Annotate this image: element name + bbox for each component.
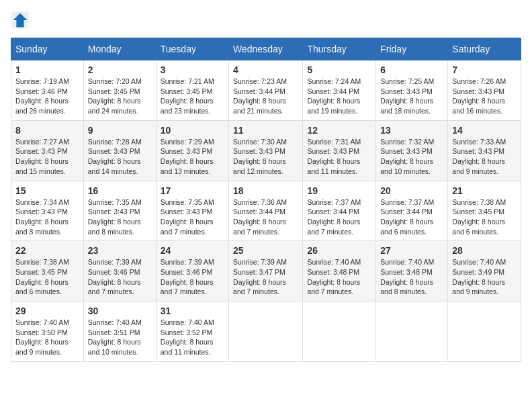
day-number: 24 xyxy=(161,245,224,256)
cell-content: Sunrise: 7:40 AMSunset: 3:48 PMDaylight:… xyxy=(307,257,371,297)
cell-content: Sunrise: 7:24 AMSunset: 3:44 PMDaylight:… xyxy=(307,77,371,116)
day-number: 5 xyxy=(307,64,371,75)
calendar-cell xyxy=(303,302,376,362)
page-header xyxy=(11,11,521,30)
calendar-cell: 14Sunrise: 7:33 AMSunset: 3:43 PMDayligh… xyxy=(448,120,521,181)
cell-content: Sunrise: 7:20 AMSunset: 3:45 PMDaylight:… xyxy=(88,77,152,116)
calendar-cell: 18Sunrise: 7:36 AMSunset: 3:44 PMDayligh… xyxy=(229,181,303,241)
day-number: 17 xyxy=(161,185,224,196)
cell-content: Sunrise: 7:27 AMSunset: 3:43 PMDaylight:… xyxy=(15,137,79,177)
calendar-cell: 2Sunrise: 7:20 AMSunset: 3:45 PMDaylight… xyxy=(83,60,156,121)
cell-content: Sunrise: 7:25 AMSunset: 3:43 PMDaylight:… xyxy=(380,77,443,116)
calendar-cell: 28Sunrise: 7:40 AMSunset: 3:49 PMDayligh… xyxy=(448,241,521,302)
day-number: 30 xyxy=(88,306,152,316)
day-number: 26 xyxy=(307,245,371,256)
calendar-cell: 3Sunrise: 7:21 AMSunset: 3:45 PMDaylight… xyxy=(156,60,228,121)
calendar-cell: 13Sunrise: 7:32 AMSunset: 3:43 PMDayligh… xyxy=(376,120,448,181)
cell-content: Sunrise: 7:39 AMSunset: 3:46 PMDaylight:… xyxy=(161,257,224,297)
logo-icon xyxy=(11,11,30,30)
day-number: 7 xyxy=(452,64,517,75)
calendar-cell: 22Sunrise: 7:38 AMSunset: 3:45 PMDayligh… xyxy=(11,241,84,302)
day-number: 16 xyxy=(88,185,152,196)
cell-content: Sunrise: 7:39 AMSunset: 3:47 PMDaylight:… xyxy=(233,257,298,297)
cell-content: Sunrise: 7:23 AMSunset: 3:44 PMDaylight:… xyxy=(233,77,298,116)
cell-content: Sunrise: 7:34 AMSunset: 3:43 PMDaylight:… xyxy=(15,197,79,237)
calendar-cell: 17Sunrise: 7:35 AMSunset: 3:43 PMDayligh… xyxy=(156,181,228,241)
day-number: 13 xyxy=(380,125,443,136)
calendar-table: Sunday Monday Tuesday Wednesday Thursday… xyxy=(11,38,521,362)
cell-content: Sunrise: 7:37 AMSunset: 3:44 PMDaylight:… xyxy=(307,197,371,237)
cell-content: Sunrise: 7:30 AMSunset: 3:43 PMDaylight:… xyxy=(233,137,298,177)
day-number: 8 xyxy=(15,125,79,136)
calendar-week-3: 15Sunrise: 7:34 AMSunset: 3:43 PMDayligh… xyxy=(11,181,521,241)
cell-content: Sunrise: 7:21 AMSunset: 3:45 PMDaylight:… xyxy=(161,77,224,116)
cell-content: Sunrise: 7:40 AMSunset: 3:49 PMDaylight:… xyxy=(452,257,517,297)
day-number: 10 xyxy=(161,125,224,136)
calendar-cell: 20Sunrise: 7:37 AMSunset: 3:44 PMDayligh… xyxy=(376,181,448,241)
calendar-cell: 10Sunrise: 7:29 AMSunset: 3:43 PMDayligh… xyxy=(156,120,228,181)
header-wednesday: Wednesday xyxy=(229,38,303,60)
cell-content: Sunrise: 7:35 AMSunset: 3:43 PMDaylight:… xyxy=(88,197,152,237)
calendar-cell xyxy=(448,302,521,362)
day-number: 28 xyxy=(452,245,517,256)
header-monday: Monday xyxy=(83,38,156,60)
calendar-week-5: 29Sunrise: 7:40 AMSunset: 3:50 PMDayligh… xyxy=(11,302,521,362)
calendar-cell: 9Sunrise: 7:28 AMSunset: 3:43 PMDaylight… xyxy=(83,120,156,181)
header-thursday: Thursday xyxy=(303,38,376,60)
calendar-cell: 31Sunrise: 7:40 AMSunset: 3:52 PMDayligh… xyxy=(156,302,228,362)
day-number: 1 xyxy=(15,64,79,75)
calendar-cell: 6Sunrise: 7:25 AMSunset: 3:43 PMDaylight… xyxy=(376,60,448,121)
calendar-week-1: 1Sunrise: 7:19 AMSunset: 3:46 PMDaylight… xyxy=(11,60,521,121)
header-tuesday: Tuesday xyxy=(156,38,228,60)
day-number: 29 xyxy=(15,306,79,316)
calendar-header-row: Sunday Monday Tuesday Wednesday Thursday… xyxy=(11,38,521,60)
cell-content: Sunrise: 7:35 AMSunset: 3:43 PMDaylight:… xyxy=(161,197,224,237)
logo xyxy=(11,11,32,30)
calendar-cell: 5Sunrise: 7:24 AMSunset: 3:44 PMDaylight… xyxy=(303,60,376,121)
header-friday: Friday xyxy=(376,38,448,60)
calendar-cell: 7Sunrise: 7:26 AMSunset: 3:43 PMDaylight… xyxy=(448,60,521,121)
cell-content: Sunrise: 7:29 AMSunset: 3:43 PMDaylight:… xyxy=(161,137,224,177)
day-number: 14 xyxy=(452,125,517,136)
cell-content: Sunrise: 7:40 AMSunset: 3:52 PMDaylight:… xyxy=(161,318,224,357)
calendar-cell: 26Sunrise: 7:40 AMSunset: 3:48 PMDayligh… xyxy=(303,241,376,302)
day-number: 27 xyxy=(380,245,443,256)
calendar-cell xyxy=(376,302,448,362)
calendar-cell: 19Sunrise: 7:37 AMSunset: 3:44 PMDayligh… xyxy=(303,181,376,241)
calendar-cell: 30Sunrise: 7:40 AMSunset: 3:51 PMDayligh… xyxy=(83,302,156,362)
cell-content: Sunrise: 7:28 AMSunset: 3:43 PMDaylight:… xyxy=(88,137,152,177)
calendar-week-2: 8Sunrise: 7:27 AMSunset: 3:43 PMDaylight… xyxy=(11,120,521,181)
day-number: 11 xyxy=(233,125,298,136)
calendar-cell: 11Sunrise: 7:30 AMSunset: 3:43 PMDayligh… xyxy=(229,120,303,181)
day-number: 31 xyxy=(161,306,224,316)
day-number: 19 xyxy=(307,185,371,196)
day-number: 2 xyxy=(88,64,152,75)
header-saturday: Saturday xyxy=(448,38,521,60)
day-number: 6 xyxy=(380,64,443,75)
calendar-cell: 16Sunrise: 7:35 AMSunset: 3:43 PMDayligh… xyxy=(83,181,156,241)
cell-content: Sunrise: 7:40 AMSunset: 3:50 PMDaylight:… xyxy=(15,318,79,357)
day-number: 3 xyxy=(161,64,224,75)
cell-content: Sunrise: 7:39 AMSunset: 3:46 PMDaylight:… xyxy=(88,257,152,297)
day-number: 23 xyxy=(88,245,152,256)
calendar-cell: 8Sunrise: 7:27 AMSunset: 3:43 PMDaylight… xyxy=(11,120,84,181)
calendar-cell: 24Sunrise: 7:39 AMSunset: 3:46 PMDayligh… xyxy=(156,241,228,302)
cell-content: Sunrise: 7:19 AMSunset: 3:46 PMDaylight:… xyxy=(15,77,79,116)
day-number: 12 xyxy=(307,125,371,136)
calendar-cell xyxy=(229,302,303,362)
calendar-cell: 27Sunrise: 7:40 AMSunset: 3:48 PMDayligh… xyxy=(376,241,448,302)
calendar-cell: 1Sunrise: 7:19 AMSunset: 3:46 PMDaylight… xyxy=(11,60,84,121)
calendar-cell: 21Sunrise: 7:38 AMSunset: 3:45 PMDayligh… xyxy=(448,181,521,241)
calendar-week-4: 22Sunrise: 7:38 AMSunset: 3:45 PMDayligh… xyxy=(11,241,521,302)
cell-content: Sunrise: 7:26 AMSunset: 3:43 PMDaylight:… xyxy=(452,77,517,116)
cell-content: Sunrise: 7:33 AMSunset: 3:43 PMDaylight:… xyxy=(452,137,517,177)
day-number: 22 xyxy=(15,245,79,256)
cell-content: Sunrise: 7:40 AMSunset: 3:48 PMDaylight:… xyxy=(380,257,443,297)
day-number: 9 xyxy=(88,125,152,136)
day-number: 20 xyxy=(380,185,443,196)
cell-content: Sunrise: 7:36 AMSunset: 3:44 PMDaylight:… xyxy=(233,197,298,237)
calendar-cell: 4Sunrise: 7:23 AMSunset: 3:44 PMDaylight… xyxy=(229,60,303,121)
calendar-cell: 15Sunrise: 7:34 AMSunset: 3:43 PMDayligh… xyxy=(11,181,84,241)
cell-content: Sunrise: 7:40 AMSunset: 3:51 PMDaylight:… xyxy=(88,318,152,357)
calendar-cell: 25Sunrise: 7:39 AMSunset: 3:47 PMDayligh… xyxy=(229,241,303,302)
